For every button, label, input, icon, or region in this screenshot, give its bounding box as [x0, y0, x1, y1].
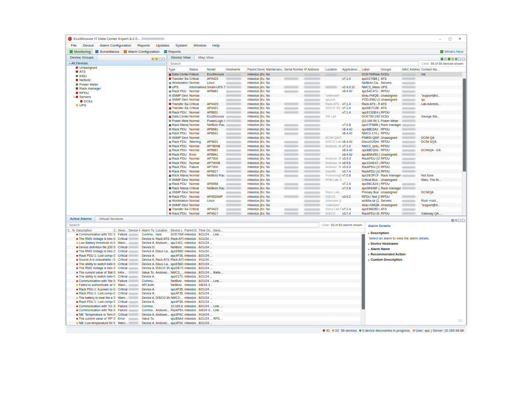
table-row[interactable]: SNMP DeviNormalmikedce (Ec...No"unknown"…: [168, 203, 466, 207]
chevron-down-icon[interactable]: [444, 58, 447, 60]
tree-item-ups[interactable]: UPS: [66, 103, 166, 108]
alarm-row[interactable]: NB: Low temperature thres...0Warn...Devi…: [66, 321, 365, 325]
tree-item-netbotz[interactable]: Netbotz: [66, 78, 166, 82]
menu-item-window[interactable]: Window: [191, 43, 209, 48]
column-header-label[interactable]: Label: [361, 67, 380, 72]
table-row[interactable]: Rack PDUNormalAP7900mikedce (Ec...NoAndo…: [168, 156, 466, 161]
table-row[interactable]: SNMP DeviNormalmikedce (Ec...No"unknown"…: [168, 94, 466, 98]
minimize-icon[interactable]: –: [435, 35, 445, 42]
device-table-scrollbar[interactable]: [462, 72, 466, 215]
scrollbar-thumb[interactable]: [463, 78, 466, 172]
tree-item-power-meter[interactable]: Power Meter: [66, 82, 166, 87]
table-row[interactable]: Rack PDUNormalAP9530MPmikedce (Ec...NoDI…: [168, 195, 466, 199]
alarm-row[interactable]: The RMS Voltage is below ...0CriticalDev…: [66, 249, 365, 254]
table-row[interactable]: Data CenterFailureEcoStruxure ...mikedce…: [168, 72, 466, 77]
maximize-icon[interactable]: ▢: [445, 35, 455, 42]
tree-item-rack-manager[interactable]: Rack manager: [66, 86, 166, 91]
tab-device-groups[interactable]: Device Groups: [66, 55, 98, 60]
menu-item-updates[interactable]: Updates: [153, 43, 172, 48]
alarm-row[interactable]: Device definition file (DDF)...0Critical…: [66, 245, 365, 250]
alarm-row[interactable]: The ability to switch betwe...0CriticalD…: [66, 262, 365, 266]
warning-alarm-count[interactable]: 10: [332, 329, 339, 332]
column-header-groups[interactable]: Groups: [380, 67, 401, 72]
table-row[interactable]: Rack PDUFailureAP7900mikedce (Ec...NoAnd…: [168, 165, 466, 169]
table-row[interactable]: SNMP DeviNormalmikedce (Ec...NoDisco Lab…: [168, 190, 466, 195]
column-header-type[interactable]: Type: [168, 67, 188, 72]
column-header-description[interactable]: Description: [75, 228, 113, 232]
column-header-n[interactable]: N...: [71, 228, 75, 232]
column-header-application[interactable]: Application ...: [341, 67, 361, 72]
alarm-row[interactable]: Failed to authenticate with...0Warn...AP…: [66, 283, 365, 287]
alarm-clear-link[interactable]: Clear: [322, 223, 329, 227]
column-header-c[interactable]: C...: [113, 228, 117, 232]
menu-item-device[interactable]: Device: [80, 43, 97, 48]
column-header-seve[interactable]: Seve...: [117, 228, 128, 232]
alarm-row[interactable]: Rack PDU 1: Lost compon...0CriticalDevic…: [66, 300, 365, 304]
alarm-row[interactable]: Communication with 'DCE...0FailureCommu.…: [66, 232, 365, 237]
tree-item-all-devices[interactable]: ▾All Devices: [66, 61, 166, 66]
column-header-c[interactable]: C...: [66, 228, 71, 232]
menu-item-file[interactable]: File: [68, 43, 80, 48]
column-header-serial-number[interactable]: Serial Number: [283, 67, 303, 72]
alarm-row[interactable]: Rack PDU 1: Lost compon...0CriticalDevic…: [66, 254, 365, 258]
column-header-maintenanc[interactable]: Maintenanc...: [265, 67, 283, 72]
table-row[interactable]: Transfer SwiCriticalAP4423mikedce (Ec...…: [168, 102, 466, 106]
table-row[interactable]: Rack ManagNormalNetBotz Rac...mikedce (E…: [168, 173, 466, 178]
whats-new-link[interactable]: What's New: [440, 50, 465, 54]
table-row[interactable]: Rack PDUNormalAP8958mikedce (Ec...Nov7.1…: [168, 182, 466, 186]
table-row[interactable]: Rack PDUNormalAP8831mikedce (Ec...Nov7.1…: [168, 110, 466, 115]
table-row[interactable]: Rack PDUNormalAP8641mikedce (Ec...Nov6.4…: [168, 131, 466, 136]
minimize-panel-icon[interactable]: [159, 58, 161, 60]
table-row[interactable]: Rack PDUNormalAP9617mikedce (Ec...NoDISC…: [168, 211, 466, 216]
alarm-row[interactable]: The battery is near the end...0Warn...De…: [66, 296, 365, 300]
column-header-status[interactable]: Status: [188, 67, 206, 72]
table-row[interactable]: WorkstationNormalLinuxmikedce (Ec...NoUn…: [168, 199, 466, 203]
tree-item-unassigned[interactable]: Unassigned: [66, 66, 166, 70]
tab-virtual-sensors[interactable]: Virtual Sensors: [95, 216, 126, 222]
table-row[interactable]: WorkstationNormalLinuxmikedce (Ec...NoNe…: [168, 81, 466, 85]
alarm-row[interactable]: Source A is unavailable or ...0CriticalD…: [66, 258, 365, 262]
table-row[interactable]: Rack PDUNormalAP9617mikedce (Ec...NoDavi…: [168, 169, 466, 174]
table-row[interactable]: Rack ManagNormalNetBotz Rac...mikedce (E…: [168, 123, 466, 127]
column-header-time-oc[interactable]: Time Oc...: [198, 228, 212, 232]
table-row[interactable]: Rack PDUErrorAP8841mikedce (Ec...Nov6.4.…: [168, 153, 466, 157]
alarm-search-input[interactable]: [67, 223, 319, 227]
table-row[interactable]: Rack PDUWarningAP9631mikedce (Ec...NoDIS…: [168, 140, 466, 144]
column-header-location[interactable]: Location: [155, 228, 170, 232]
close-icon[interactable]: ✕: [455, 35, 465, 42]
alarm-row[interactable]: Rack PDU 1: Lost compon...0CriticalDevic…: [66, 291, 365, 296]
tree-item-servers[interactable]: ▾Servers: [66, 95, 166, 99]
columns-icon[interactable]: [455, 58, 458, 60]
column-header-location[interactable]: Location: [325, 67, 341, 72]
settings-icon[interactable]: [455, 219, 458, 222]
minimize-panel-icon[interactable]: [458, 219, 461, 222]
alarm-row[interactable]: NB: Temperature or Tempe...0CriticalDevi…: [66, 313, 365, 317]
table-row[interactable]: Transfer SwiCriticalAP4423mikedce (Ec...…: [168, 207, 466, 211]
tab-active-alarms[interactable]: Active Alarms: [66, 216, 95, 222]
column-header-parent-device[interactable]: Parent Device: [246, 67, 265, 72]
column-header-device-h[interactable]: Device H...: [128, 228, 141, 232]
column-header-parent-d[interactable]: Parent D...: [184, 228, 198, 232]
critical-alarm-count[interactable]: 42: [323, 329, 329, 332]
perspective-tab-alarm-configuration[interactable]: Alarm Configuration: [122, 49, 161, 54]
maximize-panel-icon[interactable]: [462, 58, 465, 60]
alarm-table-scrollbar[interactable]: [361, 232, 365, 325]
device-search-input[interactable]: [168, 61, 419, 66]
device-clear-link[interactable]: Clear: [422, 62, 429, 65]
alarm-row[interactable]: Communication with '10.1...0FailureCommu…: [66, 304, 365, 309]
alarm-row[interactable]: The ability to switch betwe...0CriticalD…: [66, 274, 365, 279]
tree-item-dces[interactable]: DCEs: [66, 99, 166, 104]
scrollbar-thumb[interactable]: [362, 234, 365, 309]
table-row[interactable]: Transfer SwiCriticalAP4421mikedce (Ec...…: [168, 106, 466, 110]
table-row[interactable]: Rack PDUNormalAP8681mikedce (Ec...Nov6.4…: [168, 89, 466, 94]
menu-item-system[interactable]: System: [172, 43, 191, 48]
alarm-row[interactable]: The RMS Voltage is below ...0CriticalDev…: [66, 266, 365, 270]
column-header-alarm-ty[interactable]: Alarm Ty...: [141, 228, 155, 232]
table-row[interactable]: Rack ManagCriticalNetBotz Rac...mikedce …: [168, 186, 466, 191]
filter-icon[interactable]: [155, 58, 158, 60]
column-header-mac-address[interactable]: MAC Address: [401, 67, 420, 72]
column-header-sens[interactable]: Sens...: [212, 228, 365, 232]
perspective-tab-monitoring[interactable]: Monitoring: [67, 49, 93, 54]
add-device-icon[interactable]: [448, 58, 450, 60]
alarm-row[interactable]: The current value of 'RPDU...0ErrorValue…: [66, 317, 365, 321]
